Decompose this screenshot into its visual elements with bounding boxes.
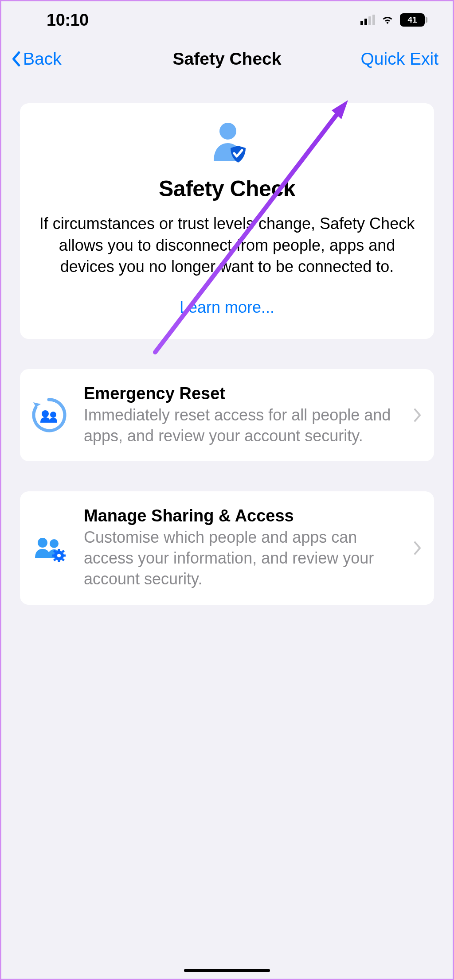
quick-exit-button[interactable]: Quick Exit <box>360 49 438 69</box>
learn-more-link[interactable]: Learn more... <box>37 298 417 317</box>
page-title: Safety Check <box>173 49 282 69</box>
safety-check-info-card: Safety Check If circumstances or trust l… <box>20 103 434 339</box>
emergency-reset-item[interactable]: Emergency Reset Immediately reset access… <box>20 369 434 462</box>
svg-point-14 <box>57 554 61 557</box>
option-description: Customise which people and apps can acce… <box>84 527 399 589</box>
phone-screen: 10:10 41 <box>0 0 454 980</box>
svg-point-2 <box>50 412 56 418</box>
wifi-icon <box>380 15 395 25</box>
svg-rect-6 <box>58 549 60 552</box>
svg-rect-7 <box>58 560 60 562</box>
option-title: Emergency Reset <box>84 384 399 403</box>
battery-level: 41 <box>407 15 417 25</box>
status-bar: 10:10 41 <box>0 0 454 35</box>
status-time: 10:10 <box>47 11 89 30</box>
svg-point-3 <box>38 538 47 548</box>
cellular-signal-icon <box>360 15 375 25</box>
status-icons: 41 <box>360 13 427 27</box>
option-description: Immediately reset access for all people … <box>84 405 399 447</box>
option-title: Manage Sharing & Access <box>84 506 399 525</box>
hero-description: If circumstances or trust levels change,… <box>37 213 417 278</box>
back-button[interactable]: Back <box>10 49 62 69</box>
svg-rect-8 <box>52 555 55 557</box>
svg-point-4 <box>50 539 59 548</box>
svg-rect-9 <box>63 555 66 557</box>
content-area: Safety Check If circumstances or trust l… <box>0 82 454 605</box>
chevron-right-icon <box>414 541 422 555</box>
back-label: Back <box>23 49 62 69</box>
home-indicator[interactable] <box>184 969 270 972</box>
chevron-right-icon <box>414 408 422 422</box>
people-gear-icon <box>29 528 69 568</box>
person-shield-check-icon <box>206 122 248 163</box>
emergency-reset-icon <box>29 395 69 435</box>
svg-point-0 <box>219 123 236 140</box>
manage-sharing-access-item[interactable]: Manage Sharing & Access Customise which … <box>20 491 434 604</box>
hero-title: Safety Check <box>37 176 417 202</box>
battery-icon: 41 <box>400 13 427 27</box>
navigation-bar: Back Safety Check Quick Exit <box>0 35 454 82</box>
chevron-left-icon <box>10 50 22 68</box>
svg-point-1 <box>42 410 49 417</box>
